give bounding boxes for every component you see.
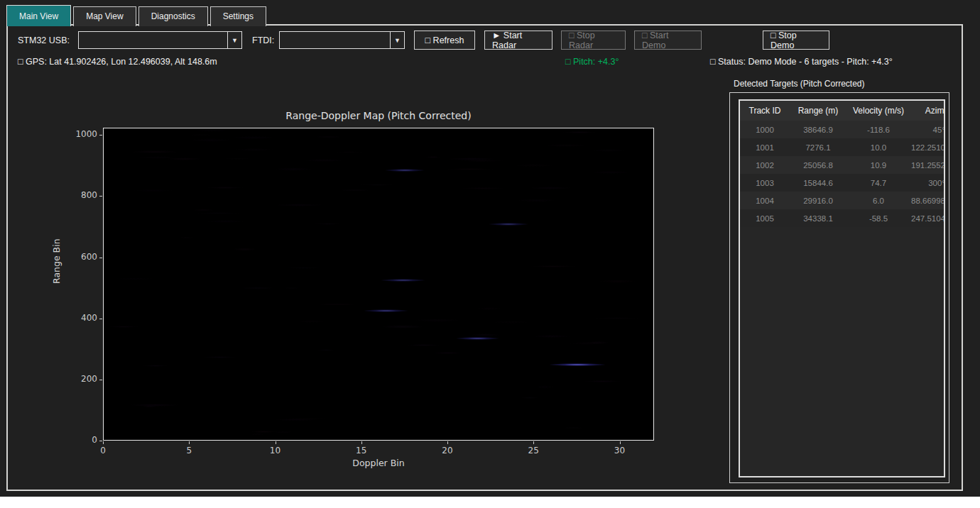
col-header-azimuth[interactable]: Azimuth — [910, 106, 945, 116]
noise-smudge — [381, 325, 425, 328]
noise-smudge — [233, 248, 256, 251]
y-tick-label: 800 — [69, 190, 97, 200]
y-tick-mark — [99, 441, 102, 441]
noise-smudge — [562, 131, 597, 133]
noise-smudge — [275, 167, 312, 171]
noise-smudge — [569, 342, 604, 345]
target-streak — [456, 337, 499, 340]
stm32-usb-label: STM32 USB: — [18, 35, 70, 45]
x-tick-mark — [276, 441, 276, 444]
noise-smudge — [530, 265, 577, 267]
noise-smudge — [315, 223, 341, 225]
ftdi-combo-value — [280, 32, 390, 48]
noise-smudge — [189, 134, 214, 136]
col-header-velocity[interactable]: Velocity (m/s) — [846, 106, 910, 116]
chevron-down-icon[interactable]: ▼ — [227, 32, 241, 48]
x-tick-label: 0 — [89, 446, 117, 455]
noise-smudge — [251, 431, 276, 434]
refresh-button[interactable]: □ Refresh — [414, 31, 475, 50]
noise-smudge — [513, 164, 554, 167]
start-demo-button[interactable]: □ Start Demo — [634, 31, 702, 50]
cell-track-id[interactable]: 1004 — [740, 197, 790, 205]
cell-range[interactable]: 34338.1 — [790, 214, 846, 223]
noise-smudge — [273, 431, 295, 433]
cell-range[interactable]: 29916.0 — [790, 197, 846, 205]
noise-smudge — [407, 344, 440, 346]
y-tick-mark — [99, 135, 102, 136]
cell-track-id[interactable]: 1000 — [740, 126, 790, 134]
stop-demo-button[interactable]: □ Stop Demo — [763, 31, 829, 50]
table-row[interactable]: 100534338.1-58.5247.5104 — [740, 209, 945, 227]
y-tick-mark — [99, 319, 102, 319]
cell-range[interactable]: 25056.8 — [790, 161, 846, 170]
cell-range[interactable]: 15844.6 — [790, 179, 846, 187]
cell-track-id[interactable]: 1001 — [740, 143, 790, 152]
table-row[interactable]: 100315844.674.7300° — [740, 174, 945, 192]
table-row[interactable]: 100038646.9-118.645° — [740, 121, 945, 138]
table-scrollbar[interactable] — [944, 228, 945, 468]
noise-smudge — [202, 356, 237, 358]
cell-track-id[interactable]: 1003 — [740, 179, 790, 187]
cell-azimuth[interactable]: 45° — [910, 126, 945, 134]
gps-status-text: □ GPS: Lat 41.902426, Lon 12.496039, Alt… — [18, 57, 217, 67]
col-header-track-id[interactable]: Track ID — [740, 106, 790, 116]
x-tick-label: 15 — [347, 446, 376, 455]
cell-azimuth[interactable]: 88.66998 — [910, 197, 945, 205]
cell-velocity[interactable]: -58.5 — [846, 214, 910, 223]
cell-track-id[interactable]: 1002 — [740, 161, 790, 170]
y-tick-label: 1000 — [69, 129, 97, 139]
stm32-usb-combo[interactable]: ▼ — [78, 31, 242, 49]
tab-settings[interactable]: Settings — [210, 6, 266, 26]
noise-smudge — [521, 397, 539, 399]
tab-main-view[interactable]: Main View — [6, 5, 71, 26]
noise-smudge — [477, 307, 502, 310]
table-body: 100038646.9-118.645°10017276.110.0122.25… — [740, 121, 945, 227]
col-header-range[interactable]: Range (m) — [790, 106, 846, 116]
cell-azimuth[interactable]: 300° — [910, 179, 945, 187]
noise-smudge — [298, 320, 325, 323]
table-row[interactable]: 10017276.110.0122.2510 — [740, 138, 945, 156]
noise-smudge — [130, 404, 180, 406]
noise-smudge — [138, 156, 178, 159]
stop-radar-button[interactable]: □ Stop Radar — [561, 31, 626, 50]
targets-panel-title: Detected Targets (Pitch Corrected) — [734, 79, 865, 89]
noise-smudge — [432, 352, 463, 353]
ftdi-combo[interactable]: ▼ — [279, 31, 405, 49]
noise-smudge — [338, 189, 371, 191]
cell-azimuth[interactable]: 247.5104 — [910, 214, 945, 223]
chart-title: Range-Doppler Map (Pitch Corrected) — [103, 110, 654, 121]
noise-smudge — [414, 319, 462, 322]
chevron-down-icon[interactable]: ▼ — [390, 32, 404, 48]
noise-smudge — [109, 326, 139, 328]
tab-diagnostics[interactable]: Diagnostics — [138, 6, 208, 26]
table-row[interactable]: 100429916.06.088.66998 — [740, 192, 945, 209]
cell-velocity[interactable]: -118.6 — [846, 126, 910, 134]
noise-smudge — [535, 385, 553, 389]
radar-app-window: Main View Map View Diagnostics Settings … — [0, 0, 980, 497]
noise-smudge — [275, 204, 323, 206]
targets-table[interactable]: Track ID Range (m) Velocity (m/s) Azimut… — [739, 99, 945, 477]
start-radar-button[interactable]: ► Start Radar — [484, 31, 552, 50]
target-streak — [489, 223, 528, 226]
table-header-row: Track ID Range (m) Velocity (m/s) Azimut… — [740, 101, 945, 121]
cell-velocity[interactable]: 74.7 — [846, 179, 910, 187]
cell-velocity[interactable]: 6.0 — [846, 197, 910, 205]
cell-azimuth[interactable]: 191.2552 — [910, 161, 945, 170]
table-row[interactable]: 100225056.810.9191.2552 — [740, 156, 945, 174]
cell-track-id[interactable]: 1005 — [740, 214, 790, 223]
cell-velocity[interactable]: 10.0 — [846, 143, 910, 152]
noise-smudge — [273, 419, 319, 420]
y-tick-label: 400 — [69, 313, 97, 323]
tab-map-view[interactable]: Map View — [73, 6, 136, 26]
noise-smudge — [599, 280, 636, 283]
x-tick-mark — [103, 441, 104, 444]
noise-smudge — [315, 136, 342, 138]
cell-azimuth[interactable]: 122.2510 — [910, 143, 945, 152]
cell-velocity[interactable]: 10.9 — [846, 161, 910, 170]
noise-smudge — [286, 267, 322, 269]
cell-range[interactable]: 38646.9 — [790, 126, 846, 134]
noise-smudge — [193, 209, 214, 211]
noise-smudge — [224, 158, 251, 160]
cell-range[interactable]: 7276.1 — [790, 143, 846, 152]
x-tick-label: 5 — [175, 446, 203, 455]
